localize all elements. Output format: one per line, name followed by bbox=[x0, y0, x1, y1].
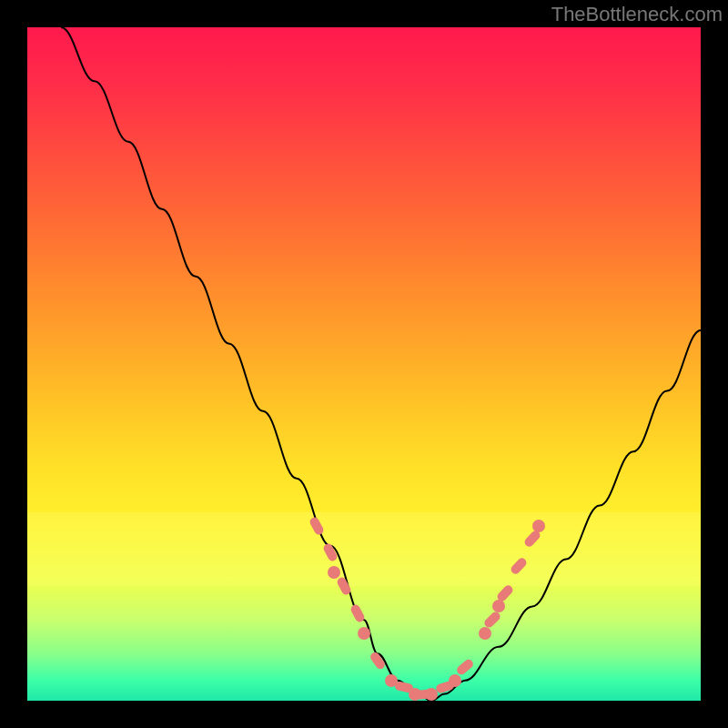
bottleneck-curve bbox=[61, 27, 701, 701]
marker-dot bbox=[479, 627, 491, 640]
curve-svg bbox=[27, 27, 701, 701]
chart-frame: TheBottleneck.com bbox=[0, 0, 728, 728]
marker-dot bbox=[492, 600, 505, 612]
marker-dot bbox=[328, 566, 340, 579]
plot-area bbox=[27, 27, 701, 701]
marker-dot bbox=[358, 627, 370, 640]
watermark-text: TheBottleneck.com bbox=[551, 3, 723, 26]
marker-dot bbox=[449, 674, 461, 687]
marker-dot bbox=[532, 520, 545, 532]
